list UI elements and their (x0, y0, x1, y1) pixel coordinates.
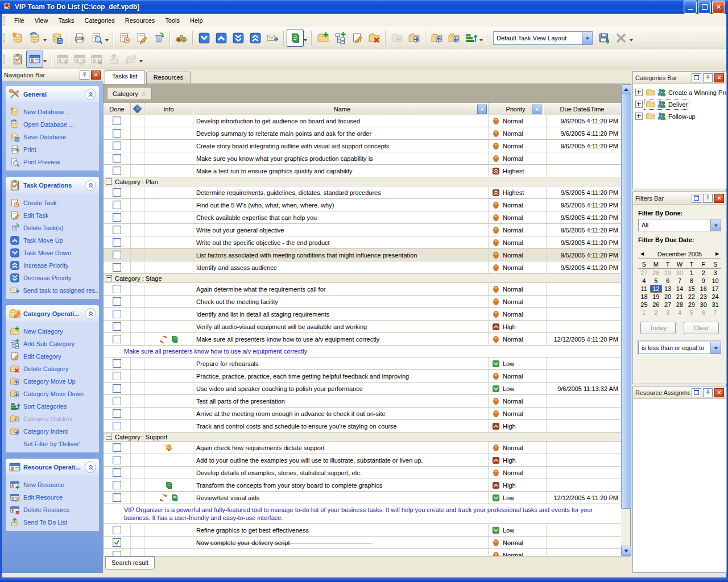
task-done-checkbox[interactable] (113, 263, 121, 272)
nav-item-new-database-[interactable]: New Database ... (7, 106, 98, 118)
vertical-scrollbar[interactable] (621, 84, 630, 556)
filter-by-done-select[interactable]: All (638, 219, 721, 231)
calendar-day[interactable]: 3 (709, 269, 721, 277)
task-done-checkbox[interactable] (113, 201, 121, 209)
task-row[interactable]: Use video and speaker coaching to polish… (104, 383, 621, 395)
column-header-priority-icon[interactable] (131, 103, 144, 115)
task-done-checkbox[interactable] (113, 238, 121, 247)
task-done-checkbox[interactable] (113, 481, 121, 489)
calendar-day[interactable]: 25 (638, 301, 650, 309)
task-done-checkbox[interactable] (113, 443, 121, 452)
nav-item-set-filter-by-deliver-[interactable]: Set Filter by 'Deliver' (7, 438, 98, 450)
today-button[interactable]: Today (640, 322, 676, 334)
expand-plus-icon[interactable] (635, 89, 643, 96)
calendar-day[interactable]: 19 (650, 293, 662, 301)
calendar-day[interactable]: 29 (662, 269, 674, 277)
column-header-info[interactable]: Info (144, 103, 193, 115)
close-icon[interactable]: ✕ (91, 70, 101, 80)
nav-item-delete-resource[interactable]: Delete Resource (7, 504, 98, 516)
scrollbar-thumb[interactable] (621, 94, 631, 509)
find-button[interactable] (173, 30, 190, 47)
toolbar-grip[interactable] (3, 16, 6, 25)
save-layout-button[interactable] (595, 30, 613, 47)
pin-icon[interactable] (703, 388, 713, 397)
chevron-down-icon[interactable] (710, 342, 721, 354)
task-row[interactable]: Check out the meeting facilityNormal (104, 296, 621, 308)
nav-item-edit-resource[interactable]: Edit Resource (7, 491, 98, 504)
dropdown-caret-icon[interactable] (105, 39, 109, 43)
nav-item-save-database[interactable]: Save Database (7, 131, 98, 143)
create-task-button[interactable] (116, 30, 133, 47)
chevron-down-icon[interactable] (710, 219, 721, 231)
nav-item-print[interactable]: Print (7, 143, 98, 156)
toolbar-grip[interactable] (3, 55, 6, 64)
task-done-checkbox[interactable] (113, 493, 121, 502)
task-row[interactable]: Make sure you know what your graphics pr… (104, 152, 621, 165)
nav-item-task-move-up[interactable]: Task Move Up (7, 234, 98, 247)
calendar-day-selected[interactable]: 12 (650, 285, 662, 293)
send-to-do-list-button[interactable] (105, 51, 122, 68)
close-icon[interactable]: ✕ (714, 194, 724, 203)
task-row[interactable]: Track and control costs and schedule to … (104, 420, 621, 433)
priority-filter-button[interactable] (532, 105, 541, 114)
category-indent-button[interactable] (406, 30, 423, 47)
nav-item-add-sub-category[interactable]: Add Sub Category (7, 338, 98, 350)
calendar-day[interactable]: 27 (662, 301, 674, 309)
delete-resource-button[interactable] (88, 51, 105, 68)
dropdown-caret-icon[interactable] (304, 39, 307, 43)
nav-item-increase-priority[interactable]: Increase Priority (7, 259, 98, 272)
task-row[interactable]: Write out the specific objective - the e… (104, 236, 621, 249)
next-month-button[interactable]: ▶ (713, 251, 721, 256)
delete-category-button[interactable] (366, 30, 383, 47)
nav-item-create-task[interactable]: Create Task (7, 197, 98, 209)
collapse-chevron-icon[interactable] (85, 180, 96, 191)
task-done-checkbox[interactable] (113, 154, 121, 163)
close-icon[interactable]: ✕ (714, 73, 724, 82)
calendar-day[interactable]: 31 (709, 301, 721, 309)
clear-button[interactable]: Clear (684, 322, 719, 334)
menu-help[interactable]: Help (185, 15, 208, 26)
nav-item-send-to-do-list[interactable]: Send To Do List (7, 516, 98, 529)
decrease-priority-button[interactable] (230, 30, 247, 47)
collapse-group-icon[interactable] (106, 434, 112, 440)
task-row[interactable]: Arrive at the meeting room enough in adv… (104, 408, 621, 420)
category-move-up-button[interactable] (428, 30, 445, 47)
calendar-day[interactable]: 5 (650, 277, 662, 285)
dropdown-caret-icon[interactable] (479, 39, 483, 43)
calendar-day[interactable]: 27 (638, 269, 650, 277)
nav-item-category-move-up[interactable]: Category Move Up (7, 375, 98, 388)
task-done-checkbox[interactable] (113, 213, 121, 222)
column-header-done[interactable]: Done (104, 103, 131, 115)
date-comparison-select[interactable]: is less than or equal to (638, 342, 721, 354)
task-move-up-button[interactable] (213, 30, 230, 47)
calendar-day[interactable]: 15 (685, 285, 697, 293)
sort-categories-button[interactable] (462, 30, 479, 47)
nav-item-print-preview[interactable]: Print Preview (7, 156, 98, 168)
nav-item-open-database-[interactable]: Open Database ... (7, 118, 98, 131)
task-row[interactable]: Identify and assess audienceNormal9/5/20… (104, 261, 621, 274)
chevron-down-icon[interactable] (582, 32, 592, 44)
calendar-day[interactable]: 21 (674, 293, 686, 301)
new-resource-button[interactable] (54, 51, 71, 68)
delete-task-button[interactable] (150, 30, 167, 47)
nav-item-sort-categories[interactable]: Sort Categories (7, 400, 98, 413)
calendar-day[interactable]: 30 (697, 301, 709, 309)
nav-item-send-task-to-assigned-res-[interactable]: Send task to assigned res... (7, 284, 98, 297)
toolbar-grip[interactable] (3, 34, 6, 43)
dropdown-caret-icon[interactable] (43, 60, 47, 64)
column-header-due[interactable]: Due Date&Time (543, 103, 621, 115)
calendar-day[interactable]: 14 (674, 285, 686, 293)
edit-resource-button[interactable] (71, 51, 88, 68)
calendar-day[interactable]: 2 (697, 269, 709, 277)
task-row[interactable]: Develop details of examples, stories, st… (104, 467, 621, 479)
close-button[interactable]: ✕ (712, 1, 725, 14)
calendar-day[interactable]: 1 (685, 269, 697, 277)
calendar-day[interactable]: 8 (685, 277, 697, 285)
task-row[interactable]: Practice, practice, practice, each time … (104, 370, 621, 383)
tab-search-result[interactable]: Search result (105, 556, 155, 569)
category-move-down-button[interactable] (445, 30, 462, 47)
column-header-name[interactable]: Name (193, 103, 489, 115)
tab-tasks-list[interactable]: Tasks list (105, 70, 145, 84)
edit-task-button[interactable] (133, 30, 150, 47)
calendar-day[interactable]: 26 (650, 301, 662, 309)
